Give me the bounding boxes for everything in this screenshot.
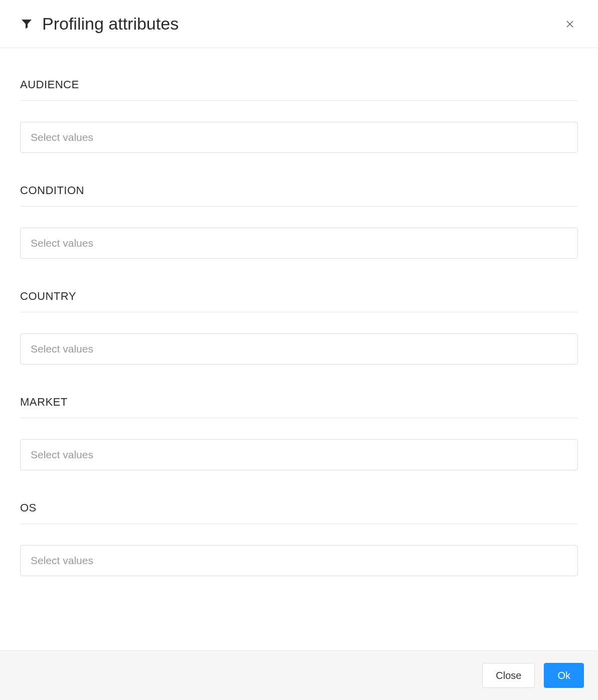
condition-select[interactable] xyxy=(20,228,578,259)
os-select[interactable] xyxy=(20,545,578,576)
close-icon-button[interactable] xyxy=(562,16,578,32)
close-button[interactable]: Close xyxy=(482,663,535,688)
modal-header: Profiling attributes xyxy=(0,0,598,48)
funnel-icon xyxy=(20,18,33,31)
section-label-os: OS xyxy=(20,501,578,524)
ok-button[interactable]: Ok xyxy=(544,663,584,688)
section-label-country: COUNTRY xyxy=(20,290,578,312)
modal-footer: Close Ok xyxy=(0,650,598,700)
modal-body[interactable]: AUDIENCE CONDITION COUNTRY MARKET OS xyxy=(0,48,598,650)
country-select[interactable] xyxy=(20,333,578,365)
section-market: MARKET xyxy=(20,396,578,470)
close-icon xyxy=(565,20,574,29)
section-condition: CONDITION xyxy=(20,184,578,259)
section-country: COUNTRY xyxy=(20,290,578,365)
section-os: OS xyxy=(20,501,578,576)
section-label-market: MARKET xyxy=(20,396,578,418)
market-select[interactable] xyxy=(20,439,578,470)
audience-select[interactable] xyxy=(20,122,578,153)
section-label-audience: AUDIENCE xyxy=(20,78,578,101)
header-left: Profiling attributes xyxy=(20,14,179,34)
section-label-condition: CONDITION xyxy=(20,184,578,207)
section-audience: AUDIENCE xyxy=(20,78,578,153)
modal-title: Profiling attributes xyxy=(42,14,179,34)
